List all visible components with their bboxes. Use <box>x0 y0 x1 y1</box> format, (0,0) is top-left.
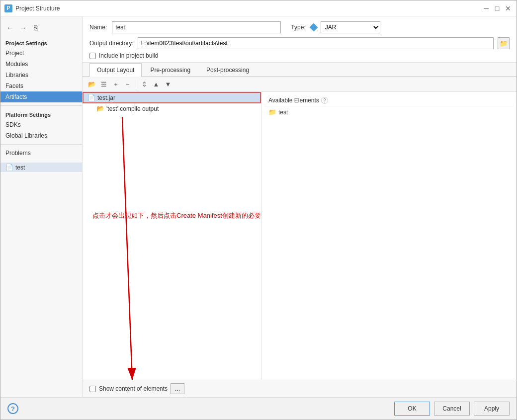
svg-line-1 <box>122 117 132 380</box>
tabs-bar: Output Layout Pre-processing Post-proces… <box>83 63 517 77</box>
project-structure-window: P Project Structure ─ □ ✕ ← → ⎘ Project … <box>0 0 517 420</box>
sidebar-item-sdks[interactable]: SDKs <box>0 119 82 130</box>
layout-toolbar: 📂 ☰ + − ⇕ ▲ ▼ <box>83 77 517 92</box>
ok-button[interactable]: OK <box>394 402 430 416</box>
create-dir-button[interactable]: 📂 <box>86 79 97 89</box>
jar-diamond-icon <box>309 23 318 32</box>
footer: ? OK Cancel Apply <box>0 397 517 420</box>
module-icon: 📁 <box>268 108 276 116</box>
main-content: ← → ⎘ Project Settings Project Modules L… <box>0 16 517 397</box>
platform-settings-label: Platform Settings <box>0 109 82 119</box>
type-label: Type: <box>291 24 305 31</box>
type-select[interactable]: JAR <box>321 21 380 33</box>
include-label: Include in project build <box>99 52 158 59</box>
name-label: Name: <box>89 24 107 31</box>
name-row: Name: Type: JAR <box>89 21 510 33</box>
layout-content: 📂 ☰ + − ⇕ ▲ ▼ 📄 <box>83 77 517 380</box>
available-item-test[interactable]: 📁 test <box>264 106 514 118</box>
artifact-header: Name: Type: JAR Output directory: 📁 <box>83 16 517 63</box>
right-available: Available Elements ? 📁 test <box>261 92 517 380</box>
title-bar: P Project Structure ─ □ ✕ <box>0 0 517 16</box>
maximize-button[interactable]: □ <box>493 4 502 13</box>
annotation-arrow <box>83 102 261 380</box>
sidebar-item-libraries[interactable]: Libraries <box>0 70 82 81</box>
toolbar-separator <box>136 80 136 88</box>
artifact-list-item[interactable]: 📄 test <box>0 163 82 172</box>
title-controls: ─ □ ✕ <box>482 4 513 13</box>
artifact-jar-icon: 📄 <box>5 164 13 171</box>
add-copy-button[interactable]: ☰ <box>98 79 109 89</box>
tree-item-test-jar[interactable]: 📄 test.jar <box>83 92 261 103</box>
include-row: Include in project build <box>89 52 510 59</box>
move-down-button[interactable]: ▼ <box>163 79 173 89</box>
sidebar-item-project[interactable]: Project <box>0 48 82 59</box>
minimize-button[interactable]: ─ <box>482 4 491 13</box>
help-button[interactable]: ? <box>7 403 18 414</box>
forward-button[interactable]: → <box>17 22 28 33</box>
footer-buttons: OK Cancel Apply <box>394 402 510 416</box>
tab-pre-processing[interactable]: Pre-processing <box>143 63 198 77</box>
bottom-bar: Show content of elements ... <box>83 380 517 397</box>
app-icon: P <box>4 4 12 12</box>
available-header-text: Available Elements <box>268 97 319 104</box>
chinese-annotation: 点击才会出现如下，然后点击Create Manifest创建新的必要文件 <box>92 211 261 220</box>
right-panel: Name: Type: JAR Output directory: 📁 <box>83 16 517 397</box>
left-tree: 📄 test.jar 📂 'test' compile output 点击才会出… <box>83 92 261 380</box>
sort-button[interactable]: ⇕ <box>139 79 150 89</box>
cancel-button[interactable]: Cancel <box>434 402 470 416</box>
tree-item-label: test.jar <box>97 94 115 101</box>
output-dir-row: Output directory: 📁 <box>89 37 510 49</box>
type-select-wrapper: JAR <box>311 21 380 33</box>
sidebar-item-global-libraries[interactable]: Global Libraries <box>0 130 82 141</box>
apply-button[interactable]: Apply <box>474 402 510 416</box>
add-button[interactable]: + <box>110 79 121 89</box>
nav-toolbar: ← → ⎘ <box>0 20 82 35</box>
sidebar-item-modules[interactable]: Modules <box>0 59 82 70</box>
show-content-checkbox[interactable] <box>89 386 96 392</box>
ellipsis-button[interactable]: ... <box>171 383 184 394</box>
tree-item-compile-output[interactable]: 📂 'test' compile output <box>83 103 261 114</box>
jar-file-icon: 📄 <box>87 94 95 101</box>
help-available-icon[interactable]: ? <box>321 97 328 104</box>
include-checkbox[interactable] <box>89 53 96 59</box>
output-dir-browse-button[interactable]: 📁 <box>498 37 510 49</box>
tree-item-label: 'test' compile output <box>106 105 159 112</box>
sidebar-divider-2 <box>0 144 82 145</box>
name-input[interactable] <box>112 21 281 33</box>
remove-button[interactable]: − <box>122 79 133 89</box>
show-content-label: Show content of elements <box>99 385 168 392</box>
sidebar-item-problems[interactable]: Problems <box>0 148 82 159</box>
move-up-button[interactable]: ▲ <box>151 79 162 89</box>
artifact-name: test <box>15 164 25 171</box>
copy-button[interactable]: ⎘ <box>30 22 41 33</box>
output-dir-input[interactable] <box>138 37 494 49</box>
window-title: Project Structure <box>15 5 60 12</box>
tab-post-processing[interactable]: Post-processing <box>199 63 257 77</box>
sidebar-item-facets[interactable]: Facets <box>0 81 82 91</box>
output-dir-label: Output directory: <box>89 40 134 47</box>
split-panel: 📄 test.jar 📂 'test' compile output 点击才会出… <box>83 92 517 380</box>
sidebar-divider <box>0 105 82 106</box>
tab-output-layout[interactable]: Output Layout <box>89 63 142 77</box>
available-item-label: test <box>278 109 288 116</box>
sidebar-item-artifacts[interactable]: Artifacts <box>0 91 82 102</box>
title-bar-left: P Project Structure <box>4 4 60 12</box>
back-button[interactable]: ← <box>4 22 15 33</box>
compile-output-icon: 📂 <box>96 105 104 112</box>
available-header: Available Elements ? <box>264 95 514 106</box>
sidebar: ← → ⎘ Project Settings Project Modules L… <box>0 16 83 397</box>
project-settings-label: Project Settings <box>0 37 82 48</box>
close-button[interactable]: ✕ <box>504 4 513 13</box>
